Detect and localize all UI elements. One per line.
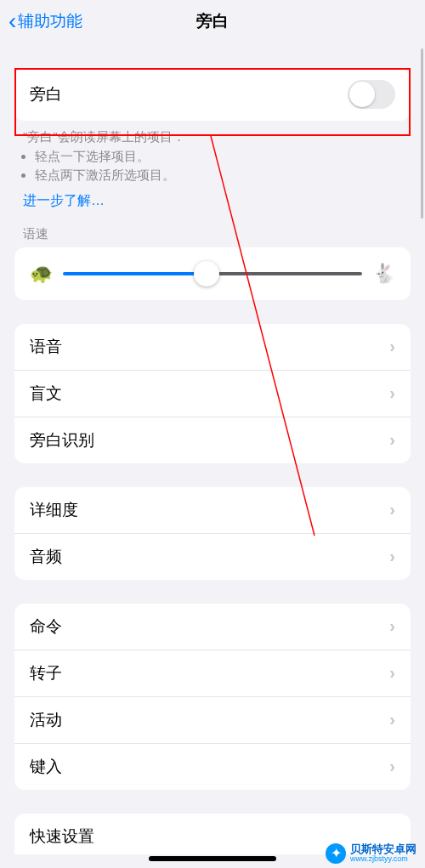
group-commands: 命令 › 转子 › 活动 › 键入 ›	[14, 604, 411, 790]
back-button[interactable]: ‹ 辅助功能	[8, 9, 82, 33]
home-indicator[interactable]	[149, 856, 276, 861]
desc-main: "旁白"会朗读屏幕上的项目：	[23, 128, 402, 147]
watermark-en: www.zjbstyy.com	[350, 855, 416, 864]
speed-label: 语速	[14, 211, 411, 247]
header: ‹ 辅助功能 旁白	[0, 0, 425, 43]
rabbit-icon: 🐇	[372, 263, 395, 285]
chevron-right-icon: ›	[389, 383, 395, 403]
toggle-knob	[349, 82, 375, 107]
chevron-right-icon: ›	[389, 337, 395, 356]
watermark-cn: 贝斯特安卓网	[350, 843, 416, 855]
chevron-left-icon: ‹	[8, 9, 16, 33]
chevron-right-icon: ›	[389, 616, 395, 636]
chevron-right-icon: ›	[389, 710, 395, 729]
row-voice[interactable]: 语音 ›	[14, 324, 411, 370]
watermark-icon: ✦	[326, 843, 346, 864]
scrollbar[interactable]	[421, 48, 423, 218]
back-label: 辅助功能	[18, 10, 82, 32]
voiceover-description: "旁白"会朗读屏幕上的项目： 轻点一下选择项目。 轻点两下激活所选项目。 进一步…	[14, 121, 411, 211]
chevron-right-icon: ›	[389, 757, 395, 776]
row-rotor[interactable]: 转子 ›	[14, 650, 411, 696]
page-title: 旁白	[196, 10, 229, 32]
row-commands[interactable]: 命令 ›	[14, 604, 411, 650]
watermark: ✦ 贝斯特安卓网 www.zjbstyy.com	[326, 843, 416, 864]
row-braille[interactable]: 盲文 ›	[14, 370, 411, 417]
chevron-right-icon: ›	[389, 430, 395, 450]
chevron-right-icon: ›	[389, 500, 395, 519]
row-verbosity[interactable]: 详细度 ›	[14, 487, 411, 533]
voiceover-toggle[interactable]	[348, 80, 395, 109]
voiceover-toggle-section: 旁白	[14, 68, 411, 121]
row-voiceover-recognition[interactable]: 旁白识别 ›	[14, 417, 411, 463]
row-activities[interactable]: 活动 ›	[14, 696, 411, 743]
desc-bullet: 轻点一下选择项目。	[35, 147, 402, 167]
row-audio[interactable]: 音频 ›	[14, 533, 411, 580]
slider-thumb[interactable]	[194, 261, 219, 286]
desc-bullet: 轻点两下激活所选项目。	[35, 166, 402, 185]
speed-slider-section: 🐢 🐇	[14, 247, 411, 300]
speed-slider[interactable]	[63, 272, 362, 275]
group-verbosity: 详细度 › 音频 ›	[14, 487, 411, 580]
group-voice: 语音 › 盲文 › 旁白识别 ›	[14, 324, 411, 463]
voiceover-toggle-row[interactable]: 旁白	[14, 68, 411, 121]
learn-more-link[interactable]: 进一步了解…	[23, 190, 105, 211]
chevron-right-icon: ›	[389, 547, 395, 566]
row-typing[interactable]: 键入 ›	[14, 743, 411, 790]
voiceover-label: 旁白	[30, 83, 62, 105]
tortoise-icon: 🐢	[30, 263, 53, 285]
chevron-right-icon: ›	[389, 663, 395, 683]
